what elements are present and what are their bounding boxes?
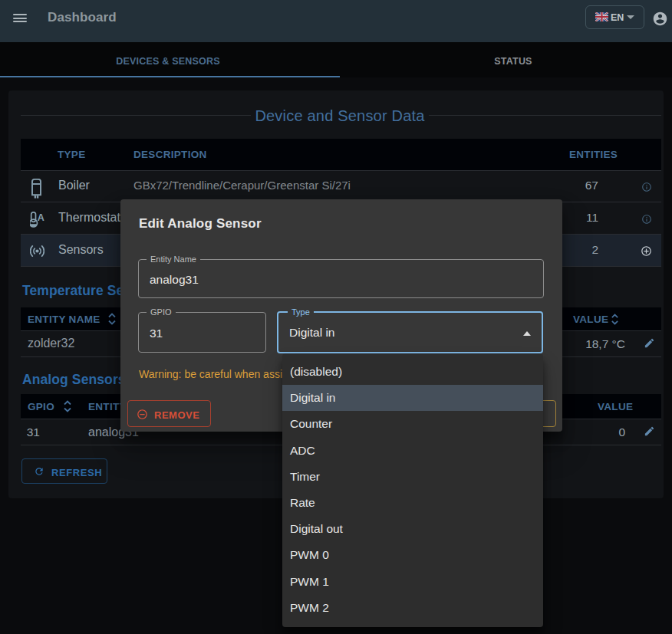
svg-text:A: A <box>38 212 44 223</box>
